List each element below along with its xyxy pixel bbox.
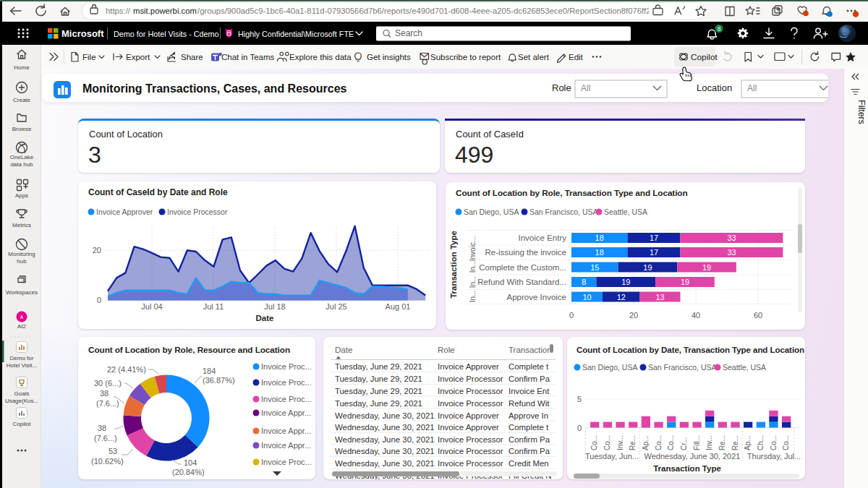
svg-text:38: 38: [100, 389, 109, 398]
svg-text:Tuesday, June 29, 2021: Tuesday, June 29, 2021: [335, 374, 422, 383]
svg-text:Usage(Kus...: Usage(Kus...: [5, 398, 38, 404]
svg-text:msit.powerbi.com: msit.powerbi.com: [133, 7, 197, 15]
svg-text:hub: hub: [17, 258, 27, 265]
svg-text:Role: Role: [552, 82, 571, 93]
svg-text:8: 8: [718, 25, 721, 33]
svg-text:data hub: data hub: [10, 161, 33, 168]
svg-text:17: 17: [650, 234, 658, 242]
svg-text:Workspaces: Workspaces: [6, 289, 38, 296]
svg-text:60: 60: [754, 311, 762, 320]
svg-text:18: 18: [595, 248, 604, 257]
svg-text:Invoice Processor: Invoice Processor: [438, 447, 503, 455]
svg-text:Jul 04: Jul 04: [141, 302, 162, 311]
svg-text:Inv...: Inv...: [616, 435, 624, 450]
svg-text:Co...: Co...: [603, 435, 611, 450]
svg-text:Co...: Co...: [590, 435, 598, 450]
svg-text:17: 17: [650, 248, 658, 257]
svg-text:Goals: Goals: [14, 390, 30, 397]
svg-text:Jul 25: Jul 25: [326, 302, 346, 311]
svg-text:Co...: Co...: [655, 435, 663, 450]
svg-text:Complete t: Complete t: [509, 362, 549, 371]
svg-text:Cr...: Cr...: [680, 437, 688, 450]
svg-text:Set alert: Set alert: [518, 53, 550, 61]
svg-text:Invoice Processor: Invoice Processor: [438, 387, 503, 395]
svg-text:Demo for: Demo for: [10, 355, 34, 361]
svg-text:Subscribe to report: Subscribe to report: [430, 53, 501, 61]
svg-text:Tuesday, Jun...: Tuesday, Jun...: [585, 452, 639, 461]
svg-text:Invoice Ent: Invoice Ent: [509, 387, 550, 395]
svg-text:0: 0: [569, 311, 574, 320]
svg-text:San Francisco, USA: San Francisco, USA: [648, 363, 717, 372]
svg-text:Re...: Re...: [718, 435, 726, 450]
svg-text:20: 20: [93, 246, 101, 254]
svg-text:Date: Date: [256, 314, 274, 322]
svg-text:Create: Create: [13, 97, 31, 103]
svg-text:104: 104: [184, 458, 197, 467]
svg-text:18: 18: [595, 234, 604, 242]
svg-text:Invoice Processor: Invoice Processor: [438, 459, 503, 468]
svg-text:Seattle, USA: Seattle, USA: [604, 207, 647, 216]
svg-text:Invoice Proc...: Invoice Proc...: [261, 378, 312, 387]
svg-text:Invoice Proc...: Invoice Proc...: [261, 458, 312, 466]
svg-text:19: 19: [643, 263, 652, 272]
svg-text:Date: Date: [335, 346, 352, 354]
svg-text:Re-issuing the invoice: Re-issuing the invoice: [485, 248, 566, 257]
svg-text:Copilot: Copilot: [13, 421, 32, 427]
svg-text:(10.62%): (10.62%): [91, 457, 124, 466]
svg-text:Jul 18: Jul 18: [264, 302, 285, 311]
svg-text:0: 0: [577, 424, 582, 432]
svg-text:Export: Export: [126, 53, 150, 61]
svg-text:Wednesday, June 30, 2021: Wednesday, June 30, 2021: [335, 411, 435, 420]
svg-text:Approve Invoice: Approve Invoice: [507, 293, 566, 301]
svg-text:Invoice Appr...: Invoice Appr...: [261, 441, 311, 450]
svg-text:38: 38: [98, 424, 106, 432]
svg-text:Ap...: Ap...: [642, 435, 650, 450]
svg-text:San Diego, USA: San Diego, USA: [464, 207, 519, 216]
svg-text:Transaction Type: Transaction Type: [653, 464, 721, 473]
svg-text:Explore this data: Explore this data: [289, 53, 352, 61]
svg-text:Tuesday, June 29, 2021: Tuesday, June 29, 2021: [335, 387, 422, 395]
svg-text:Count of CaseId by Date and Ro: Count of CaseId by Date and Role: [88, 187, 228, 197]
svg-text:In...: In...: [469, 276, 477, 288]
svg-text:Wednesday, June 30, 2021: Wednesday, June 30, 2021: [335, 435, 435, 444]
svg-text:Apps: Apps: [15, 192, 28, 199]
svg-text:Invoice Appr...: Invoice Appr...: [261, 408, 311, 417]
svg-text:22 (4.41%): 22 (4.41%): [107, 365, 146, 374]
svg-text:Invoice Processor: Invoice Processor: [438, 435, 503, 444]
svg-text:184: 184: [203, 367, 216, 375]
svg-text:Invoice Processor: Invoice Processor: [438, 399, 503, 408]
svg-text:Wednesday, June 30, 2021: Wednesday, June 30, 2021: [335, 423, 435, 432]
svg-text:Invoic...: Invoic...: [469, 236, 477, 261]
svg-text:Complete the Custom...: Complete the Custom...: [479, 263, 566, 272]
svg-text:Jul 11: Jul 11: [203, 302, 224, 311]
svg-text:30 (6...): 30 (6...): [94, 379, 122, 388]
svg-text:Fill...: Fill...: [693, 435, 701, 450]
svg-text:In...: In...: [469, 261, 477, 273]
svg-text:All: All: [747, 83, 757, 93]
svg-text:Metrics: Metrics: [12, 222, 31, 228]
svg-text:53: 53: [109, 447, 117, 455]
svg-text:Monitoring: Monitoring: [8, 251, 35, 257]
svg-text:Credit Men: Credit Men: [509, 459, 549, 468]
svg-text:Filters: Filters: [856, 100, 867, 124]
svg-text:Count of Location by Role, Tra: Count of Location by Role, Transaction T…: [456, 188, 688, 198]
svg-text:8: 8: [582, 278, 586, 286]
svg-text:Invoice Appr...: Invoice Appr...: [261, 427, 311, 435]
svg-text:12: 12: [617, 293, 626, 301]
svg-text:19: 19: [621, 278, 630, 286]
svg-text:(7.6...): (7.6...): [96, 399, 119, 408]
svg-text:33: 33: [727, 234, 736, 242]
svg-text:Ap...: Ap...: [744, 435, 752, 450]
svg-text:Copilot: Copilot: [691, 52, 718, 62]
svg-text:(7.6...): (7.6...): [94, 434, 117, 442]
svg-text:Invoice Processor: Invoice Processor: [438, 374, 503, 383]
svg-text:Confirm Pa: Confirm Pa: [509, 435, 550, 444]
svg-text:Invoice Approver: Invoice Approver: [438, 362, 499, 371]
svg-text:Invoice Approver: Invoice Approver: [96, 207, 153, 216]
svg-text:Thursday, Jul...: Thursday, Jul...: [747, 452, 801, 461]
svg-text:Invoice Proc...: Invoice Proc...: [261, 362, 312, 371]
svg-text:Confirm Pa: Confirm Pa: [509, 374, 550, 383]
svg-text:Invoice Entry: Invoice Entry: [519, 234, 567, 242]
svg-text:Approve In: Approve In: [509, 411, 548, 420]
svg-text:Share: Share: [181, 53, 203, 61]
